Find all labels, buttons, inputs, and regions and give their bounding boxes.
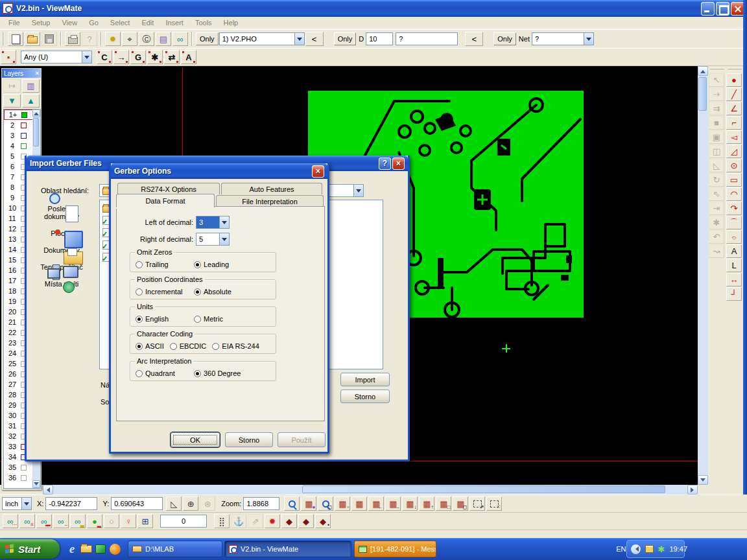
aperture-filter-arrow-icon[interactable] <box>82 51 92 64</box>
start-button[interactable]: Start <box>0 539 60 559</box>
tray-notes-icon[interactable] <box>645 545 654 553</box>
radio-ebcdic[interactable]: EBCDIC <box>170 342 207 350</box>
layer-scroll-down-icon[interactable] <box>32 480 40 488</box>
aperture-g-button[interactable]: G <box>130 50 146 64</box>
circle-tool-button[interactable]: ⊙ <box>726 159 742 172</box>
layers-panel-header[interactable]: Layers × <box>2 69 41 78</box>
aperture-star-button[interactable]: ✱ <box>147 50 163 64</box>
elbow-tool-button[interactable]: ┘ <box>726 287 742 301</box>
quicklaunch-internet-explorer[interactable]: e <box>65 541 79 557</box>
aperture-arrow-button[interactable]: → <box>113 50 129 64</box>
aperture-filter-button[interactable]: ▪ <box>1 50 16 64</box>
segment-arc-tool-button[interactable]: ⌔ <box>726 230 742 244</box>
select-window-button[interactable]: ↗ <box>469 496 485 511</box>
grid-square-button[interactable]: ▦□ <box>436 496 451 511</box>
crosshair-button[interactable]: ⊕ <box>183 496 198 511</box>
menu-file[interactable]: File <box>3 18 26 28</box>
triangle-tool-button[interactable]: ◿ <box>726 145 742 158</box>
layer-scroll-up-icon[interactable] <box>32 110 40 117</box>
tab-file-interpretation[interactable]: File Interpretation <box>216 195 324 207</box>
line-tool-button[interactable]: ╱ <box>726 88 742 101</box>
menu-insert[interactable]: Insert <box>160 18 189 28</box>
radio-leading[interactable]: Leading <box>194 261 229 268</box>
pan-up-button[interactable]: ▦↑ <box>419 496 434 511</box>
grid-square-move-button[interactable]: ▦◻ <box>453 496 468 511</box>
radio-quadrant[interactable]: Quadrant <box>136 369 194 377</box>
view-single-button[interactable]: ∞– <box>53 514 69 528</box>
layer-combobox-arrow-icon[interactable] <box>294 32 305 45</box>
tray-chevron-icon[interactable] <box>631 544 641 554</box>
gerber-options-close-button[interactable]: × <box>312 165 324 178</box>
quicklaunch-firefox[interactable] <box>108 541 122 557</box>
dimension-tool-button[interactable]: ↔ <box>726 273 742 286</box>
units-arrow-icon[interactable] <box>21 497 32 510</box>
units-combobox[interactable]: inch <box>2 497 32 510</box>
quicklaunch-explorer[interactable] <box>79 541 93 557</box>
place-desktop[interactable]: Plocha <box>30 229 93 237</box>
right-of-decimal-combobox[interactable]: 5 <box>196 233 230 246</box>
dcode-list-button[interactable]: Ⓒ <box>139 32 154 46</box>
place-recent-documents[interactable]: Poslední dokumenty <box>30 205 93 220</box>
open-file-button[interactable] <box>25 32 40 46</box>
minimize-button[interactable] <box>701 2 715 16</box>
task-mlab[interactable]: D:\MLAB <box>128 541 222 557</box>
close-button[interactable] <box>731 2 744 16</box>
vertical-scroll-thumb[interactable] <box>698 77 707 111</box>
dialog-close-button[interactable]: × <box>392 158 405 170</box>
layers-close-icon[interactable]: × <box>36 70 39 76</box>
menu-edit[interactable]: Edit <box>136 18 160 28</box>
only-layer-button[interactable]: Only <box>196 32 219 45</box>
scroll-left-icon[interactable] <box>43 485 53 495</box>
measure-button[interactable]: ⌖ <box>122 32 137 46</box>
dcode-query-input[interactable]: ? <box>396 32 458 45</box>
language-indicator[interactable]: EN <box>616 545 626 553</box>
place-network-places[interactable]: Místa v síti <box>30 280 93 288</box>
view-sketch-button[interactable]: ∞▃ <box>70 514 86 528</box>
tab-auto-features[interactable]: Auto Features <box>221 183 322 194</box>
zoom-grid-button[interactable]: ▦● <box>301 496 316 511</box>
radio-360-degree[interactable]: 360 Degree <box>194 369 241 377</box>
menu-setup[interactable]: Setup <box>26 18 56 28</box>
toolbar-grip[interactable] <box>710 68 724 71</box>
view-all-layers-button[interactable]: ∞⋯ <box>3 514 18 528</box>
macro-item-button[interactable]: ◆▪ <box>315 514 331 528</box>
menu-go[interactable]: Go <box>83 18 104 28</box>
import-button[interactable]: Import <box>340 373 390 386</box>
inspect-button[interactable]: ∞ <box>172 32 188 46</box>
menu-select[interactable]: Select <box>104 18 136 28</box>
pan-left-button[interactable]: ▦← <box>368 496 384 511</box>
grid-dots-button[interactable]: ⣿ <box>214 514 230 528</box>
layer-down-button[interactable]: ▼ <box>3 94 21 108</box>
net-combobox[interactable]: ? <box>532 32 594 45</box>
gerber-cancel-button[interactable]: Storno <box>225 432 273 447</box>
zoom-in-button[interactable] <box>284 496 300 511</box>
probe-button[interactable]: ♀ <box>121 514 136 528</box>
angle-measure-button[interactable]: ◺ <box>166 496 182 511</box>
radio-incremental[interactable]: Incremental <box>136 288 194 296</box>
polyline-tool-button[interactable]: ∠ <box>726 102 742 115</box>
layer-color-swatch[interactable] <box>21 143 27 149</box>
toolbar-grip[interactable] <box>2 32 5 46</box>
aperture-swap-button[interactable]: ⇄ <box>164 50 180 64</box>
radio-absolute[interactable]: Absolute <box>194 288 231 296</box>
radio-metric[interactable]: Metric <box>194 315 223 323</box>
grid-edit-button[interactable]: ▦ <box>351 496 367 511</box>
corner-tool-button[interactable]: ⌐ <box>726 116 742 130</box>
prev-layer-button[interactable]: < <box>305 32 324 46</box>
quad-window-button[interactable]: ⊞ <box>137 514 153 528</box>
place-documents[interactable]: Dokumenty <box>30 246 93 254</box>
highlight-mode-button[interactable]: ●▂ <box>87 514 102 528</box>
vertical-scrollbar[interactable] <box>698 66 708 485</box>
trace-item-button[interactable]: ◆ <box>298 514 314 528</box>
film-colors-button[interactable]: ▤ <box>156 32 171 46</box>
zoom-select-button[interactable]: ▢ <box>318 496 333 511</box>
layer-color-swatch[interactable] <box>21 465 27 471</box>
radio-eia-rs-244[interactable]: EIA RS-244 <box>212 342 259 350</box>
layers-table-button[interactable]: ▥ <box>22 79 40 93</box>
zoom-field[interactable]: 1.8868 <box>243 497 279 510</box>
open-arc-tool-button[interactable]: ◅ <box>726 130 742 144</box>
layer-scroll-thumb[interactable] <box>33 118 39 146</box>
pad-item-button[interactable]: ◆ <box>281 514 297 528</box>
left-of-decimal-arrow-icon[interactable] <box>219 216 230 229</box>
pan-right-button[interactable]: ▦→ <box>385 496 401 511</box>
